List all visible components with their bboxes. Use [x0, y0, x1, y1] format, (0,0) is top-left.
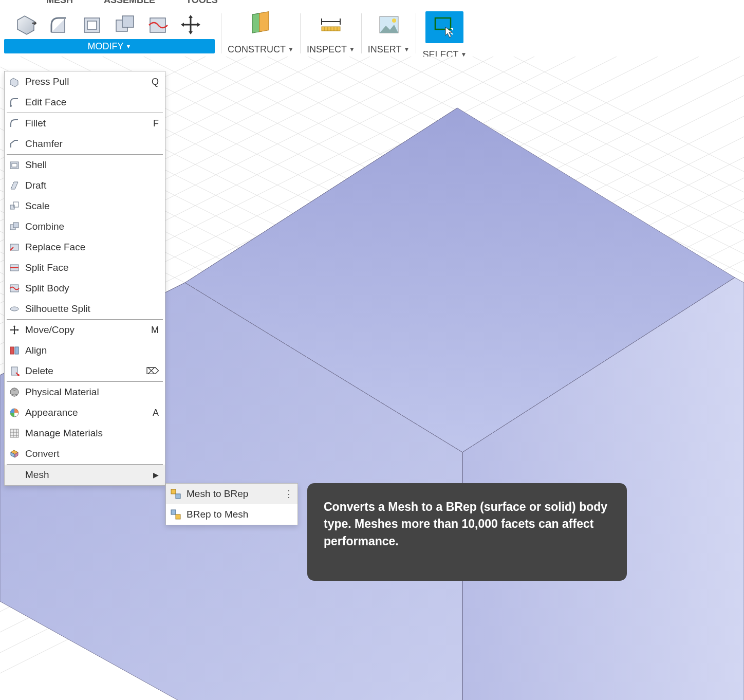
menu-item-label: Physical Material: [25, 386, 150, 398]
svg-point-17: [392, 19, 396, 23]
menu-item-shortcut: Q: [150, 77, 159, 87]
svg-rect-88: [10, 347, 14, 354]
submenu-item-label: BRep to Mesh: [187, 509, 292, 520]
menu-item-shell[interactable]: Shell: [5, 155, 165, 175]
menu-item-appearance[interactable]: AppearanceA: [5, 402, 165, 423]
menu-item-label: Combine: [25, 221, 150, 232]
svg-rect-95: [10, 429, 18, 437]
move-icon[interactable]: [177, 11, 204, 38]
menu-item-chamfer[interactable]: Chamfer: [5, 134, 165, 154]
split-body-icon[interactable]: [144, 11, 171, 38]
construct-dropdown-button[interactable]: CONSTRUCT ▼: [228, 43, 294, 56]
manage-materials-icon: [8, 427, 21, 440]
menu-item-label: Move/Copy: [25, 324, 150, 336]
menu-item-shortcut: F: [150, 118, 159, 129]
appearance-icon: [8, 406, 21, 419]
insert-dropdown-button[interactable]: INSERT ▼: [368, 43, 410, 56]
edit-face-icon: [8, 96, 21, 109]
combine-icon: [8, 220, 21, 233]
ribbon-tabs: MESH ASSEMBLE TOOLS: [0, 0, 744, 5]
replace-face-icon: [8, 241, 21, 254]
toolbar-group-select: SELECT ▼: [420, 10, 469, 61]
select-icon[interactable]: [425, 11, 463, 43]
menu-item-label: Split Face: [25, 262, 150, 273]
menu-item-label: Shell: [25, 159, 150, 171]
submenu-item-mesh-to-brep[interactable]: Mesh to BRep ⋮: [166, 484, 297, 504]
submenu-item-label: Mesh to BRep: [187, 488, 284, 500]
svg-rect-100: [171, 489, 176, 494]
kebab-icon[interactable]: ⋮: [284, 488, 292, 500]
menu-item-replace-face[interactable]: Replace Face: [5, 237, 165, 257]
mesh-icon: [8, 468, 21, 482]
svg-rect-1: [87, 21, 97, 29]
svg-rect-3: [122, 16, 134, 27]
menu-item-align[interactable]: Align: [5, 340, 165, 361]
combine-icon[interactable]: [111, 11, 138, 38]
menu-item-physical-material[interactable]: Physical Material: [5, 382, 165, 402]
submenu-item-brep-to-mesh[interactable]: BRep to Mesh: [166, 504, 297, 525]
insert-icon[interactable]: [376, 11, 402, 38]
submenu-arrow-icon: ▶: [153, 471, 159, 479]
delete-icon: [8, 364, 21, 378]
split-face-icon: [8, 261, 21, 274]
menu-item-label: Mesh: [25, 469, 153, 481]
menu-item-mesh[interactable]: Mesh▶: [5, 465, 165, 485]
menu-item-convert[interactable]: Convert: [5, 444, 165, 464]
svg-point-87: [10, 307, 18, 311]
menu-item-label: Scale: [25, 200, 150, 212]
shell-icon[interactable]: [79, 11, 105, 38]
modify-dropdown-menu: Press PullQEdit FaceFilletFChamferShellD…: [4, 71, 165, 486]
toolbar-group-inspect: INSPECT ▼: [305, 10, 357, 56]
menu-item-split-face[interactable]: Split Face: [5, 257, 165, 278]
construct-icon[interactable]: [247, 11, 274, 38]
insert-label: INSERT: [368, 44, 402, 55]
fillet-icon[interactable]: [46, 11, 72, 38]
tab-tools[interactable]: TOOLS: [186, 0, 218, 5]
modify-dropdown-button[interactable]: MODIFY ▼: [4, 39, 215, 53]
svg-rect-101: [176, 494, 180, 499]
svg-rect-89: [15, 347, 18, 354]
menu-item-shortcut: A: [150, 408, 159, 418]
tab-assemble[interactable]: ASSEMBLE: [104, 0, 155, 5]
menu-item-label: Chamfer: [25, 138, 150, 150]
menu-item-label: Align: [25, 345, 150, 356]
menu-item-label: Appearance: [25, 407, 150, 418]
inspect-dropdown-button[interactable]: INSPECT ▼: [307, 43, 355, 56]
menu-item-scale[interactable]: Scale: [5, 196, 165, 216]
menu-item-label: Silhouette Split: [25, 303, 150, 315]
menu-item-split-body[interactable]: Split Body: [5, 278, 165, 299]
menu-item-manage-materials[interactable]: Manage Materials: [5, 423, 165, 444]
tab-mesh[interactable]: MESH: [46, 0, 73, 5]
menu-item-draft[interactable]: Draft: [5, 175, 165, 196]
inspect-icon[interactable]: [318, 11, 344, 38]
press-pull-icon[interactable]: [13, 11, 40, 38]
separator: [300, 13, 301, 53]
menu-item-edit-face[interactable]: Edit Face: [5, 92, 165, 113]
svg-point-76: [10, 105, 12, 107]
menu-item-delete[interactable]: Delete⌦: [5, 361, 165, 381]
inspect-label: INSPECT: [307, 44, 347, 55]
menu-item-label: Convert: [25, 448, 150, 459]
svg-rect-82: [13, 223, 18, 228]
menu-item-label: Manage Materials: [25, 428, 150, 439]
menu-item-press-pull[interactable]: Press PullQ: [5, 71, 165, 92]
align-icon: [8, 344, 21, 357]
svg-rect-78: [12, 163, 17, 167]
dropdown-triangle-icon: ▼: [126, 43, 132, 49]
tooltip-text: Converts a Mesh to a BRep (surface or so…: [324, 500, 607, 548]
brep-to-mesh-icon: [169, 508, 182, 521]
dropdown-triangle-icon: ▼: [403, 46, 410, 53]
menu-item-fillet[interactable]: FilletF: [5, 113, 165, 134]
svg-rect-18: [435, 18, 451, 29]
svg-point-91: [17, 374, 20, 376]
svg-rect-6: [259, 12, 269, 32]
mesh-to-brep-icon: [169, 487, 182, 501]
dropdown-triangle-icon: ▼: [349, 46, 355, 53]
move-copy-icon: [8, 323, 21, 337]
separator: [361, 13, 362, 53]
menu-item-combine[interactable]: Combine: [5, 216, 165, 237]
separator: [221, 13, 221, 53]
draft-icon: [8, 179, 21, 192]
menu-item-silhouette-split[interactable]: Silhouette Split: [5, 299, 165, 319]
menu-item-move-copy[interactable]: Move/CopyM: [5, 320, 165, 340]
